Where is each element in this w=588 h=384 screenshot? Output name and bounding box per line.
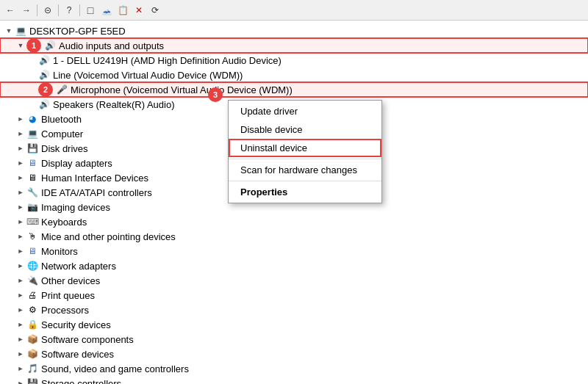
remove-button[interactable]: ✕: [132, 3, 146, 18]
other-label: Other devices: [41, 275, 585, 286]
network-item[interactable]: ► 🌐 Network adapters: [0, 258, 588, 273]
sound-label: Sound, video and game controllers: [41, 363, 585, 374]
bluetooth-expand[interactable]: ►: [15, 113, 26, 125]
network-label: Network adapters: [41, 261, 585, 272]
separator-3: [79, 4, 80, 16]
print-expand[interactable]: ►: [15, 289, 26, 301]
print-item[interactable]: ► 🖨 Print queues: [0, 288, 588, 303]
software-devices-icon: 📦: [26, 348, 38, 360]
security-item[interactable]: ► 🔒 Security devices: [0, 317, 588, 332]
mice-expand[interactable]: ►: [15, 231, 26, 242]
help-button[interactable]: ?: [62, 3, 76, 18]
monitor-button[interactable]: 🗻: [99, 3, 114, 18]
badge-2: 2: [38, 82, 53, 97]
mic-icon: 🎤: [56, 84, 68, 95]
audio-root-item[interactable]: ▼ 1 🔊 Audio inputs and outputs: [0, 38, 588, 53]
uninstall-device-label: Uninstall device: [240, 142, 307, 153]
display-expand[interactable]: ►: [15, 157, 26, 169]
menu-separator-1: [229, 159, 381, 159]
mice-label: Mice and other pointing devices: [41, 231, 585, 242]
processors-icon: ⚙: [26, 304, 38, 316]
audio-root-label: Audio inputs and outputs: [59, 40, 585, 51]
refresh-button[interactable]: ⟳: [148, 3, 162, 18]
separator-1: [37, 4, 37, 16]
audio-mic-item[interactable]: ► 2 🎤 Microphone (Voicemod Virtual Audio…: [0, 82, 588, 97]
badge-3: 3: [208, 87, 223, 102]
hid-expand[interactable]: ►: [15, 172, 26, 184]
other-item[interactable]: ► 🔌 Other devices: [0, 273, 588, 288]
no-expand3: ►: [26, 84, 38, 95]
audio-mic-label: Microphone (Voicemod Virtual Audio Devic…: [71, 84, 585, 95]
root-label: DESKTOP-GPF E5ED: [29, 26, 585, 37]
device-tree[interactable]: ▼ 💻 DESKTOP-GPF E5ED ▼ 1 🔊 Audio inputs …: [0, 21, 588, 384]
audio-dell-icon: 🔊: [38, 54, 50, 66]
keyboards-icon: ⌨: [26, 216, 38, 228]
mice-icon: 🖰: [26, 231, 38, 242]
other-icon: 🔌: [26, 275, 38, 286]
toolbar: ← → ⊝ ? □ 🗻 📋 ✕ ⟳: [0, 0, 588, 21]
monitors-expand[interactable]: ►: [15, 245, 26, 257]
keyboards-item[interactable]: ► ⌨ Keyboards: [0, 214, 588, 229]
expand-icon[interactable]: ▼: [3, 25, 15, 37]
software-devices-item[interactable]: ► 📦 Software devices: [0, 347, 588, 361]
network-expand[interactable]: ►: [15, 260, 26, 272]
other-expand[interactable]: ►: [15, 275, 26, 286]
computer-item-icon: 💻: [26, 128, 38, 140]
mice-item[interactable]: ► 🖰 Mice and other pointing devices: [0, 229, 588, 244]
print-label: Print queues: [41, 290, 585, 301]
sound-icon: 🎵: [26, 363, 38, 374]
menu-separator-2: [229, 181, 381, 181]
monitors-item[interactable]: ► 🖥 Monitors: [0, 244, 588, 258]
software-expand[interactable]: ►: [15, 333, 26, 345]
processors-item[interactable]: ► ⚙ Processors: [0, 303, 588, 317]
hid-icon: 🖥: [26, 172, 38, 184]
keyboards-label: Keyboards: [41, 217, 585, 228]
keyboards-expand[interactable]: ►: [15, 216, 26, 228]
monitors-label: Monitors: [41, 246, 585, 257]
network-icon: 🌐: [26, 260, 38, 272]
forward-button[interactable]: →: [19, 3, 34, 18]
root-node[interactable]: ▼ 💻 DESKTOP-GPF E5ED: [0, 23, 588, 38]
disk-icon: 💾: [26, 142, 38, 154]
back-button[interactable]: ←: [3, 3, 18, 18]
software-devices-expand[interactable]: ►: [15, 348, 26, 360]
update-driver-label: Update driver: [240, 106, 298, 117]
expand-button[interactable]: □: [83, 3, 98, 18]
security-expand[interactable]: ►: [15, 319, 26, 330]
main-area: ▼ 💻 DESKTOP-GPF E5ED ▼ 1 🔊 Audio inputs …: [0, 21, 588, 384]
audio-expand-icon[interactable]: ▼: [15, 40, 26, 51]
uninstall-device-menu-item[interactable]: Uninstall device: [229, 139, 381, 157]
ide-expand[interactable]: ►: [15, 186, 26, 198]
separator-2: [58, 4, 59, 16]
audio-icon: 🔊: [44, 40, 56, 51]
scan-hardware-menu-item[interactable]: Scan for hardware changes: [229, 161, 381, 179]
computer-expand[interactable]: ►: [15, 128, 26, 140]
sound-expand[interactable]: ►: [15, 363, 26, 374]
disable-device-menu-item[interactable]: Disable device: [229, 120, 381, 139]
storage-icon: 💾: [26, 377, 38, 384]
sound-item[interactable]: ► 🎵 Sound, video and game controllers: [0, 361, 588, 376]
properties-label: Properties: [240, 186, 287, 198]
audio-dell-item[interactable]: ► 🔊 1 - DELL U2419H (AMD High Definition…: [0, 53, 588, 68]
no-expand2: ►: [26, 69, 38, 81]
no-expand: ►: [26, 54, 38, 66]
storage-item[interactable]: ► 💾 Storage controllers: [0, 376, 588, 384]
computer-icon: 💻: [15, 25, 26, 37]
display-icon: 🖥: [26, 157, 38, 169]
imaging-expand[interactable]: ►: [15, 201, 26, 213]
context-menu: 3 Update driver Disable device Uninstall…: [228, 100, 382, 203]
scan-button[interactable]: 📋: [115, 3, 130, 18]
storage-expand[interactable]: ►: [15, 377, 26, 384]
software-item[interactable]: ► 📦 Software components: [0, 332, 588, 347]
print-icon: 🖨: [26, 289, 38, 301]
update-driver-menu-item[interactable]: Update driver: [229, 102, 381, 120]
processors-expand[interactable]: ►: [15, 304, 26, 316]
collapse-button[interactable]: ⊝: [40, 3, 55, 18]
audio-line-icon: 🔊: [38, 69, 50, 81]
speakers-icon: 🔊: [38, 98, 50, 110]
security-icon: 🔒: [26, 319, 38, 330]
properties-menu-item[interactable]: Properties: [229, 183, 381, 201]
security-label: Security devices: [41, 319, 585, 330]
audio-line-item[interactable]: ► 🔊 Line (Voicemod Virtual Audio Device …: [0, 68, 588, 82]
disk-expand[interactable]: ►: [15, 142, 26, 154]
